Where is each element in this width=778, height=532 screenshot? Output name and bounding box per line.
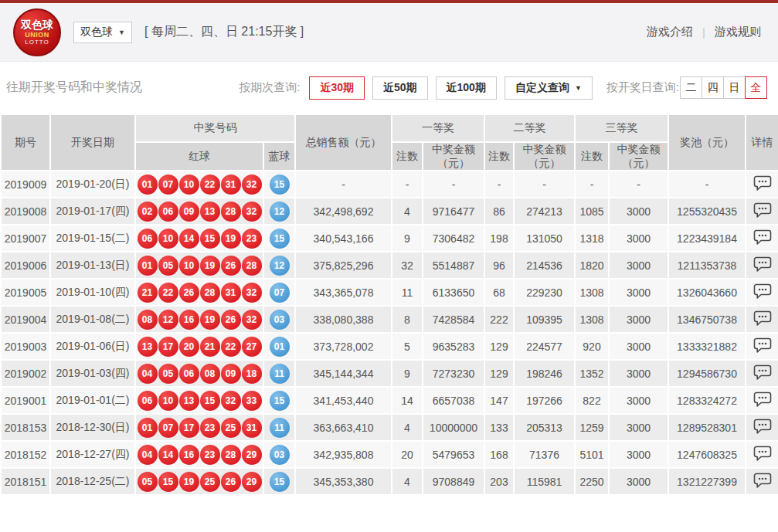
sales-cell: 338,080,388: [295, 306, 392, 333]
detail-comment-icon[interactable]: [753, 337, 772, 354]
detail-comment-icon[interactable]: [753, 391, 772, 408]
recent-30-button[interactable]: 近30期: [309, 76, 365, 100]
sales-cell: 342,498,692: [295, 198, 392, 225]
date-cell: 2018-12-30(日): [50, 414, 135, 441]
second-prize-count-cell: 129: [484, 360, 514, 387]
second-prize-amount-cell: 109395: [514, 306, 575, 333]
logo-union: UNION: [25, 32, 49, 39]
first-prize-count-cell: 32: [392, 252, 423, 279]
pool-cell: 1223439184: [668, 225, 746, 252]
red-ball: 05: [158, 364, 178, 384]
query-group: 按期次查询: 近30期 近50期 近100期 自定义查询 ▼ 按开奖日查询: 二…: [239, 76, 767, 100]
second-prize-count-cell: 129: [484, 333, 514, 360]
red-ball: 06: [138, 391, 158, 411]
red-ball: 13: [200, 202, 220, 222]
detail-cell: [746, 414, 778, 441]
red-ball: 25: [200, 472, 220, 492]
second-prize-count-cell: 147: [484, 387, 514, 414]
red-balls-cell: 010710223132: [135, 171, 263, 198]
second-prize-count-cell: 133: [484, 414, 514, 441]
detail-comment-icon[interactable]: [753, 256, 772, 273]
table-row: 2019009 2019-01-20(日) 010710223132 15 - …: [1, 171, 778, 198]
pool-cell: 1255320435: [668, 198, 746, 225]
detail-comment-icon[interactable]: [753, 446, 772, 462]
first-prize-count-cell: 11: [392, 279, 423, 306]
period-cell: 2019002: [1, 360, 50, 387]
blue-ball-cell: 03: [263, 441, 295, 468]
sales-cell: 345,144,344: [295, 360, 392, 387]
game-select-dropdown[interactable]: 双色球 ▼: [73, 22, 132, 43]
custom-query-dropdown[interactable]: 自定义查询 ▼: [505, 76, 593, 100]
red-ball: 01: [138, 256, 158, 276]
detail-cell: [746, 360, 778, 387]
red-ball: 10: [179, 175, 199, 195]
detail-comment-icon[interactable]: [753, 229, 772, 246]
first-prize-count-cell: 5: [392, 333, 423, 360]
detail-cell: [746, 171, 778, 198]
detail-comment-icon[interactable]: [753, 473, 772, 489]
day-sunday-button[interactable]: 日: [723, 76, 746, 99]
table-row: 2019003 2019-01-06(日) 131720212227 01 37…: [1, 333, 778, 360]
recent-100-label: 近100期: [447, 81, 486, 95]
game-rules-link[interactable]: 游戏规则: [715, 25, 761, 39]
first-prize-count-cell: 4: [392, 198, 423, 225]
filter-bar: 往期开奖号码和中奖情况 按期次查询: 近30期 近50期 近100期 自定义查询…: [0, 62, 778, 114]
recent-30-label: 近30期: [320, 81, 354, 95]
blue-ball-cell: 03: [263, 306, 295, 333]
header-detail: 详情: [746, 114, 778, 171]
first-prize-count-cell: 9: [392, 360, 423, 387]
red-balls-cell: 040506080918: [135, 360, 263, 387]
detail-comment-icon[interactable]: [753, 202, 772, 219]
second-prize-count-cell: 168: [484, 441, 514, 468]
blue-ball: 15: [270, 229, 290, 249]
red-ball: 28: [221, 202, 241, 222]
red-ball: 32: [242, 310, 262, 330]
red-ball: 22: [200, 175, 220, 195]
period-cell: 2019007: [1, 225, 50, 252]
recent-50-button[interactable]: 近50期: [372, 76, 428, 100]
red-ball: 28: [242, 256, 262, 276]
pool-cell: 1346750738: [668, 306, 746, 333]
detail-cell: [746, 387, 778, 414]
day-all-button[interactable]: 全: [745, 76, 767, 99]
pool-cell: 1333321882: [668, 333, 746, 360]
first-prize-amount-cell: 9716477: [423, 198, 484, 225]
site-header: 双色球 UNION LOTTO 双色球 ▼ [ 每周二、四、日 21:15开奖 …: [0, 3, 778, 62]
recent-100-button[interactable]: 近100期: [436, 76, 497, 100]
first-prize-amount-cell: 9708849: [423, 468, 484, 495]
red-balls-cell: 020609132832: [135, 198, 263, 225]
sales-cell: 342,935,808: [295, 441, 392, 468]
pool-cell: 1321227399: [668, 468, 746, 495]
custom-query-label: 自定义查询: [515, 81, 569, 95]
period-cell: 2019004: [1, 306, 50, 333]
header-count: 注数: [575, 142, 609, 171]
second-prize-count-cell: 68: [484, 279, 514, 306]
chevron-down-icon: ▼: [575, 84, 582, 92]
day-thursday-button[interactable]: 四: [702, 76, 724, 99]
game-intro-link[interactable]: 游戏介绍: [647, 25, 693, 39]
red-balls-cell: 041416232829: [135, 441, 263, 468]
first-prize-amount-cell: 6657038: [423, 387, 484, 414]
detail-comment-icon[interactable]: [753, 175, 772, 191]
blue-ball-cell: 15: [263, 468, 295, 495]
red-ball: 31: [242, 418, 262, 438]
day-tuesday-button[interactable]: 二: [680, 76, 702, 99]
detail-comment-icon[interactable]: [753, 283, 772, 300]
pool-cell: -: [668, 171, 746, 198]
detail-comment-icon[interactable]: [753, 364, 772, 381]
date-cell: 2019-01-06(日): [50, 333, 135, 360]
red-ball: 05: [158, 256, 178, 276]
header-first-prize: 一等奖: [392, 114, 484, 142]
header-links: 游戏介绍 | 游戏规则: [647, 25, 761, 39]
game-select-value: 双色球: [80, 25, 113, 39]
detail-cell: [746, 225, 778, 252]
first-prize-count-cell: -: [392, 171, 423, 198]
detail-comment-icon[interactable]: [753, 418, 772, 435]
red-ball: 08: [138, 310, 158, 330]
lottery-results-table: 期号 开奖日期 中奖号码 总销售额（元） 一等奖 二等奖 三等奖 奖池（元） 详…: [0, 114, 778, 496]
detail-cell: [746, 441, 778, 468]
logo-title: 双色球: [21, 19, 53, 30]
red-ball: 23: [242, 229, 262, 249]
detail-comment-icon[interactable]: [753, 310, 772, 327]
red-ball: 22: [221, 337, 241, 357]
